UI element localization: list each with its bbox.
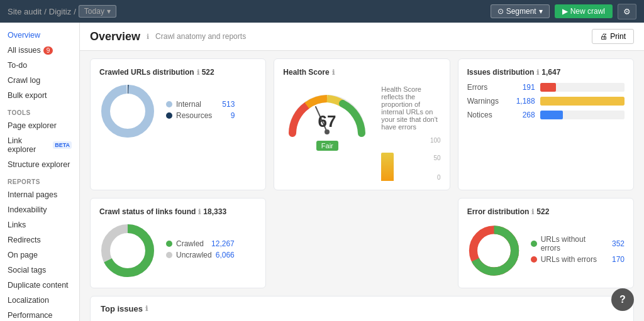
sidebar-item-all-issues[interactable]: All issues 9 — [0, 43, 79, 58]
issues-distribution-list: Errors 191 Warnings 1,188 — [467, 83, 625, 119]
cards-grid-row2: Crawl status of links found ℹ 18,333 Cra… — [80, 198, 644, 296]
sidebar-item-on-page[interactable]: On page — [0, 248, 79, 263]
fair-badge: Fair — [316, 141, 338, 151]
health-bar — [381, 153, 394, 182]
legend-with-errors: URLs with errors 170 — [531, 255, 625, 264]
sidebar-item-overview[interactable]: Overview — [0, 28, 79, 43]
print-icon: 🖨 — [600, 32, 608, 41]
gear-button[interactable]: ⚙ — [618, 4, 636, 19]
breadcrumb-digitiz: Digitiz — [49, 7, 71, 16]
errors-bar — [540, 83, 557, 92]
error-distribution-card: Error distribution ℹ 522 URLs without er… — [458, 198, 634, 288]
help-button[interactable]: ? — [611, 288, 634, 311]
issues-distribution-title: Issues distribution ℹ 1,647 — [467, 68, 625, 77]
gauge-svg: 67 — [283, 83, 371, 139]
page-header: Overview ℹ Crawl anatomy and reports 🖨 P… — [80, 23, 644, 51]
topbar: Site audit / Digitiz / Today ▾ ⊙ Segment… — [0, 0, 644, 23]
all-issues-badge: 9 — [43, 46, 53, 55]
print-button[interactable]: 🖨 Print — [592, 29, 634, 44]
tools-section-label: TOOLS — [0, 103, 79, 118]
sidebar-item-redirects[interactable]: Redirects — [0, 232, 79, 248]
svg-text:67: 67 — [318, 112, 336, 131]
reports-section-label: REPORTS — [0, 172, 79, 187]
sidebar-item-links[interactable]: Links — [0, 217, 79, 232]
errors-bar-wrap — [540, 83, 625, 92]
main-content: Overview ℹ Crawl anatomy and reports 🖨 P… — [80, 23, 644, 321]
breadcrumb-site-audit: Site audit — [8, 7, 42, 16]
health-score-card: Health Score ℹ — [274, 58, 450, 190]
crawled-urls-legend: Internal 513 Resources 9 — [166, 100, 235, 122]
empty-card — [274, 198, 450, 288]
issue-row-notices: Notices 268 — [467, 111, 625, 119]
gear-icon: ⚙ — [623, 7, 631, 16]
top-issues-info-icon[interactable]: ℹ — [145, 305, 148, 313]
notices-bar-wrap — [540, 111, 625, 119]
crawled-urls-card: Crawled URLs distribution ℹ 522 — [90, 58, 266, 190]
legend-crawled: Crawled 12,267 — [166, 239, 235, 248]
sidebar-item-structure-explorer[interactable]: Structure explorer — [0, 157, 79, 172]
sidebar-item-bulk-export[interactable]: Bulk export — [0, 88, 79, 103]
health-score-content: 67 Fair Health Score reflects the propor… — [283, 83, 440, 181]
notices-bar — [540, 111, 563, 119]
info-icon[interactable]: ℹ — [147, 33, 149, 41]
health-score-info-icon[interactable]: ℹ — [332, 68, 335, 77]
sidebar-item-page-explorer[interactable]: Page explorer — [0, 118, 79, 133]
sidebar-item-social-tags[interactable]: Social tags — [0, 263, 79, 278]
legend-no-errors: URLs without errors 352 — [531, 235, 625, 253]
issues-dist-info-icon[interactable]: ℹ — [536, 68, 539, 77]
page-title: Overview — [90, 30, 140, 43]
issue-row-errors: Errors 191 — [467, 83, 625, 92]
breadcrumb: Site audit / Digitiz / Today ▾ — [8, 5, 116, 18]
beta-badge: BETA — [53, 141, 72, 149]
sidebar-item-internal-pages[interactable]: Internal pages — [0, 187, 79, 202]
health-score-title: Health Score ℹ — [283, 68, 440, 77]
crawl-status-title: Crawl status of links found ℹ 18,333 — [99, 207, 257, 216]
sidebar-item-duplicate-content[interactable]: Duplicate content — [0, 278, 79, 293]
error-distribution-title: Error distribution ℹ 522 — [467, 207, 625, 216]
sidebar-item-to-do[interactable]: To-do — [0, 58, 79, 73]
crawl-status-legend: Crawled 12,267 Uncrawled 6,066 — [166, 239, 235, 262]
health-score-right: Health Score reflects the proportion of … — [381, 83, 440, 181]
legend-uncrawled: Uncrawled 6,066 — [166, 251, 235, 259]
health-bar-chart: 100 50 0 — [381, 137, 440, 181]
issue-row-warnings: Warnings 1,188 — [467, 97, 625, 106]
crawled-urls-info-icon[interactable]: ℹ — [197, 68, 199, 77]
sidebar-item-performance[interactable]: Performance — [0, 308, 79, 321]
top-issues-section: Top issues ℹ Issue Crawled Change Added … — [90, 296, 634, 321]
gauge-container: 67 Fair — [283, 83, 371, 151]
sidebar-item-crawl-log[interactable]: Crawl log — [0, 73, 79, 88]
warnings-bar-wrap — [540, 97, 625, 106]
sidebar: Overview All issues 9 To-do Crawl log Bu… — [0, 23, 80, 321]
legend-internal: Internal 513 — [166, 100, 235, 109]
top-issues-title: Top issues ℹ — [101, 304, 623, 313]
crawled-urls-content: Internal 513 Resources 9 — [99, 83, 257, 139]
breadcrumb-today-dropdown[interactable]: Today ▾ — [79, 5, 116, 18]
sidebar-item-link-explorer[interactable]: Link explorer BETA — [0, 133, 79, 157]
error-dist-info-icon[interactable]: ℹ — [531, 208, 534, 216]
new-crawl-button[interactable]: ▶ New crawl — [555, 4, 613, 18]
health-description: Health Score reflects the proportion of … — [381, 85, 440, 131]
issues-distribution-card: Issues distribution ℹ 1,647 Errors 191 W… — [458, 58, 634, 190]
crawl-status-donut — [99, 222, 156, 279]
sidebar-item-localization[interactable]: Localization — [0, 293, 79, 308]
cards-grid: Crawled URLs distribution ℹ 522 — [80, 51, 644, 198]
segment-button[interactable]: ⊙ Segment ▾ — [491, 4, 550, 18]
warnings-bar — [540, 97, 625, 106]
legend-resources: Resources 9 — [166, 111, 235, 120]
error-dist-donut — [467, 222, 521, 279]
svg-point-2 — [106, 89, 150, 133]
error-dist-content: URLs without errors 352 URLs with errors… — [467, 222, 625, 279]
page-subtitle: Crawl anatomy and reports — [155, 32, 246, 41]
crawl-status-info-icon[interactable]: ℹ — [198, 208, 201, 216]
topbar-right: ⊙ Segment ▾ ▶ New crawl ⚙ — [491, 4, 636, 19]
crawl-status-content: Crawled 12,267 Uncrawled 6,066 — [99, 222, 257, 279]
crawled-urls-title: Crawled URLs distribution ℹ 522 — [99, 68, 257, 77]
sidebar-item-indexability[interactable]: Indexability — [0, 202, 79, 217]
error-dist-legend: URLs without errors 352 URLs with errors… — [531, 235, 625, 266]
crawled-urls-donut — [99, 83, 156, 139]
crawl-status-card: Crawl status of links found ℹ 18,333 Cra… — [90, 198, 266, 288]
play-icon: ▶ — [562, 7, 568, 16]
